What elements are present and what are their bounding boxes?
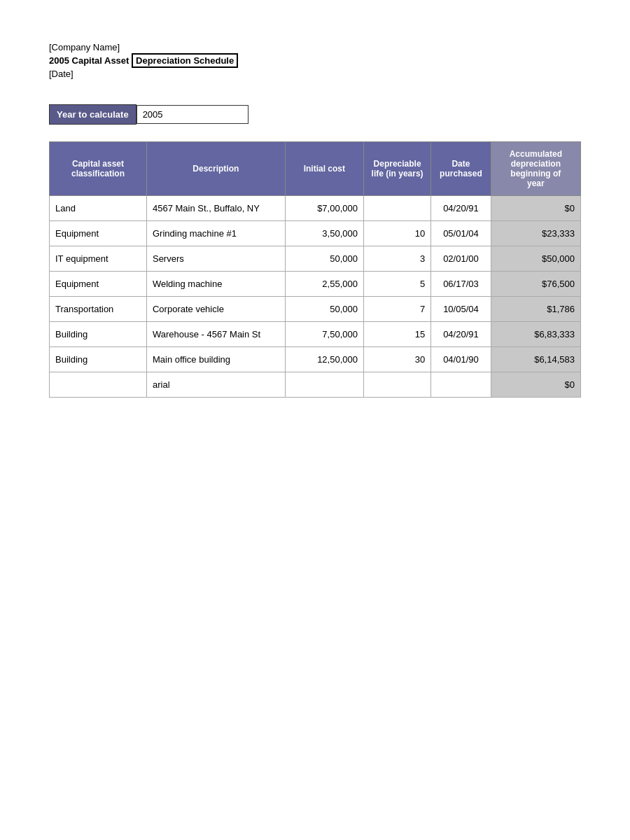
company-name: [Company Name] [49,42,581,52]
table-row: arial$0 [50,372,581,398]
cell-initial_cost: 2,55,000 [285,272,363,297]
table-row: Land4567 Main St., Buffalo, NY$7,00,0000… [50,196,581,221]
cell-initial_cost: 3,50,000 [285,221,363,246]
cell-initial_cost: 50,000 [285,246,363,272]
cell-life: 15 [363,322,430,347]
cell-accum_depreciation: $6,83,333 [491,322,580,347]
table-row: TransportationCorporate vehicle50,000710… [50,297,581,322]
cell-life: 10 [363,221,430,246]
cell-date_purchased: 10/05/04 [431,297,491,322]
table-row: BuildingMain office building12,50,000300… [50,347,581,372]
year-label: Year to calculate [49,104,136,125]
cell-initial_cost: $7,00,000 [285,196,363,221]
title-part2: Depreciation Schedule [132,53,238,68]
table-header-row: Capital assetclassification Description … [50,142,581,196]
cell-classification: Building [50,322,147,347]
col-header-date: Datepurchased [431,142,491,196]
cell-classification: Equipment [50,272,147,297]
cell-date_purchased: 04/20/91 [431,196,491,221]
table-row: IT equipmentServers50,000302/01/00$50,00… [50,246,581,272]
cell-description: Warehouse - 4567 Main St [146,322,285,347]
cell-description: Welding machine [146,272,285,297]
cell-accum_depreciation: $50,000 [491,246,580,272]
cell-date_purchased: 02/01/00 [431,246,491,272]
cell-accum_depreciation: $0 [491,196,580,221]
cell-classification: Transportation [50,297,147,322]
cell-description: Corporate vehicle [146,297,285,322]
cell-initial_cost [285,372,363,398]
table-row: EquipmentWelding machine2,55,000506/17/0… [50,272,581,297]
cell-description: arial [146,372,285,398]
cell-life: 7 [363,297,430,322]
cell-accum_depreciation: $0 [491,372,580,398]
cell-life [363,372,430,398]
cell-initial_cost: 50,000 [285,297,363,322]
col-header-classification: Capital assetclassification [50,142,147,196]
cell-description: Grinding machine #1 [146,221,285,246]
col-header-accum: Accumulateddepreciationbeginning ofyear [491,142,580,196]
header-section: [Company Name] 2005 Capital Asset Deprec… [49,42,581,79]
cell-classification [50,372,147,398]
cell-classification: Building [50,347,147,372]
cell-description: Main office building [146,347,285,372]
cell-life: 3 [363,246,430,272]
year-section: Year to calculate [49,104,581,125]
doc-title: 2005 Capital Asset Depreciation Schedule [49,55,581,66]
cell-date_purchased: 04/20/91 [431,322,491,347]
cell-life: 5 [363,272,430,297]
doc-date: [Date] [49,69,581,79]
cell-classification: Equipment [50,221,147,246]
cell-initial_cost: 12,50,000 [285,347,363,372]
table-row: EquipmentGrinding machine #13,50,0001005… [50,221,581,246]
cell-description: Servers [146,246,285,272]
cell-description: 4567 Main St., Buffalo, NY [146,196,285,221]
col-header-life: Depreciablelife (in years) [363,142,430,196]
cell-date_purchased: 06/17/03 [431,272,491,297]
cell-date_purchased: 05/01/04 [431,221,491,246]
col-header-description: Description [146,142,285,196]
cell-life [363,196,430,221]
cell-date_purchased [431,372,491,398]
cell-accum_depreciation: $6,14,583 [491,347,580,372]
cell-date_purchased: 04/01/90 [431,347,491,372]
table-row: BuildingWarehouse - 4567 Main St7,50,000… [50,322,581,347]
col-header-initial-cost: Initial cost [285,142,363,196]
cell-accum_depreciation: $76,500 [491,272,580,297]
depreciation-table: Capital assetclassification Description … [49,141,581,398]
cell-life: 30 [363,347,430,372]
cell-accum_depreciation: $23,333 [491,221,580,246]
title-part1: 2005 Capital Asset [49,55,129,66]
cell-initial_cost: 7,50,000 [285,322,363,347]
cell-classification: Land [50,196,147,221]
cell-classification: IT equipment [50,246,147,272]
year-input[interactable] [136,105,248,124]
cell-accum_depreciation: $1,786 [491,297,580,322]
